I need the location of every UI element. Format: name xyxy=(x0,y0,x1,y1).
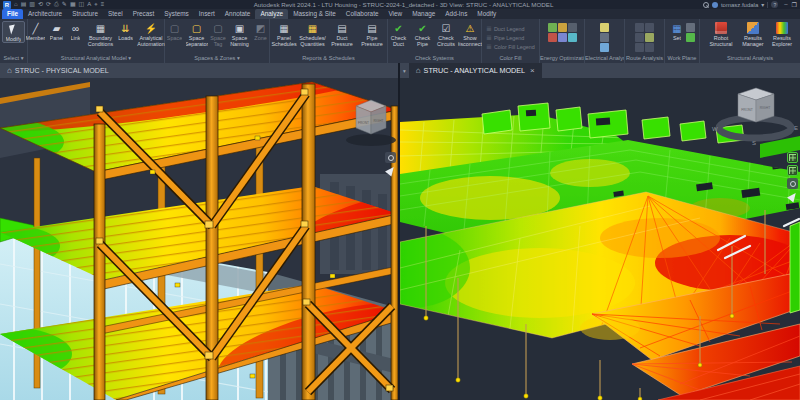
close-view-icon[interactable]: × xyxy=(530,66,535,75)
robot-structural-analysis-button[interactable]: Robot Structural Analysis xyxy=(704,21,738,47)
electrical-settings-icon[interactable] xyxy=(600,23,609,32)
systems-analysis-icon[interactable] xyxy=(568,33,577,42)
panel-label-electrical[interactable]: Electrical Analysis xyxy=(585,54,624,63)
help-icon[interactable]: ? xyxy=(771,1,778,8)
show-disconnects-button[interactable]: ⚠ Show Disconnects xyxy=(458,21,482,47)
tag-icon[interactable]: ▦ xyxy=(70,0,76,9)
redo-icon[interactable]: ⟳ xyxy=(46,0,51,9)
thin-lines-icon[interactable]: ≡ xyxy=(101,0,105,9)
panel-label-workplane[interactable]: Work Plane xyxy=(665,54,699,63)
results-manager-button[interactable]: Results Manager xyxy=(739,21,767,47)
loads-button[interactable]: ⇊ Loads xyxy=(117,21,134,41)
tab-add-ins[interactable]: Add-Ins xyxy=(440,9,472,19)
duct-pressure-loss-report-button[interactable]: ▤ Duct Pressure Loss Report xyxy=(328,21,357,47)
tab-struc-analytical-model[interactable]: ⌂ STRUC - ANALYTICAL MODEL × xyxy=(409,63,542,78)
path-of-travel-icon[interactable] xyxy=(635,23,644,32)
view-list-chevron-icon[interactable]: ▾ xyxy=(400,68,409,74)
space-naming-button[interactable]: ▣ Space Naming xyxy=(229,21,251,47)
panel-schedules-button[interactable]: ▦ Panel Schedules xyxy=(271,21,298,47)
default-3d-view-icon[interactable]: ⌖ xyxy=(94,0,97,9)
print-icon[interactable]: ⎙ xyxy=(54,0,59,9)
reveal-obstacles-icon[interactable] xyxy=(645,43,654,52)
user-name[interactable]: tomasz.fudala xyxy=(721,2,758,8)
viewcube-south-label[interactable]: S xyxy=(752,140,756,146)
steering-wheel-icon[interactable] xyxy=(385,152,396,163)
physical-model-viewport[interactable]: FRONT RIGHT xyxy=(0,78,398,400)
zoom-tool-icon[interactable] xyxy=(787,190,799,202)
pipe-legend-button[interactable]: ≣ Pipe Legend xyxy=(486,33,524,42)
panel-label-route[interactable]: Route Analysis xyxy=(625,54,664,63)
multiple-paths-icon[interactable] xyxy=(635,33,644,42)
space-tag-button[interactable]: ▢ Space Tag xyxy=(209,21,228,47)
tab-annotate[interactable]: Annotate xyxy=(220,9,256,19)
set-work-plane-button[interactable]: ▦ Set xyxy=(669,21,685,41)
electrical-loads-icon[interactable] xyxy=(600,33,609,42)
panel-label-check[interactable]: Check Systems xyxy=(388,54,481,63)
energy-settings-icon[interactable] xyxy=(548,23,557,32)
measure-icon[interactable]: ✎ xyxy=(62,0,67,9)
space-button[interactable]: ▢ Space xyxy=(165,21,185,41)
panel-label-reports[interactable]: Reports & Schedules xyxy=(270,54,387,63)
duct-legend-button[interactable]: ≣ Duct Legend xyxy=(486,24,524,33)
tab-steel[interactable]: Steel xyxy=(103,9,128,19)
open-icon[interactable]: ▤ xyxy=(21,0,27,9)
link-button[interactable]: ∞ Link xyxy=(67,21,84,41)
tab-structure[interactable]: Structure xyxy=(67,9,103,19)
home-icon[interactable]: ⌂ xyxy=(14,0,18,9)
tab-struc-physical-model[interactable]: ⌂ STRUC - PHYSICAL MODEL xyxy=(0,63,116,78)
work-plane-viewer-icon[interactable] xyxy=(686,33,695,42)
analysis-display-icon[interactable] xyxy=(787,165,798,176)
zoom-tool-icon[interactable] xyxy=(385,164,397,176)
route-analysis-settings-icon[interactable] xyxy=(645,23,654,32)
space-separator-button[interactable]: ▢ Space Separator xyxy=(186,21,208,47)
search-icon[interactable] xyxy=(703,2,709,8)
analytical-model-canvas[interactable]: W S E FRONT RIGHT xyxy=(400,78,800,400)
analytical-model-viewport[interactable]: W S E FRONT RIGHT xyxy=(400,78,800,400)
check-pipe-systems-button[interactable]: ✔ Check Pipe Systems xyxy=(411,21,434,47)
check-circuits-button[interactable]: ☑ Check Circuits xyxy=(435,21,457,47)
viewcube-west-label[interactable]: W xyxy=(712,126,718,132)
generate-icon[interactable] xyxy=(548,33,557,42)
tab-collaborate[interactable]: Collaborate xyxy=(341,9,384,19)
panel-label-energy[interactable]: Energy Optimization xyxy=(540,54,584,63)
text-icon[interactable]: A xyxy=(87,0,91,9)
pipe-pressure-loss-report-button[interactable]: ▤ Pipe Pressure Loss Report xyxy=(358,21,387,47)
restore-button[interactable]: ❐ xyxy=(792,1,797,8)
tab-systems[interactable]: Systems xyxy=(159,9,194,19)
undo-icon[interactable]: ⟲ xyxy=(38,0,43,9)
delete-energy-model-icon[interactable] xyxy=(568,23,577,32)
panel-label-spaces[interactable]: Spaces & Zones ▾ xyxy=(165,54,269,63)
panel-label-colorfill[interactable]: Color Fill xyxy=(482,54,539,63)
optimize-icon[interactable] xyxy=(558,33,567,42)
create-energy-model-icon[interactable] xyxy=(558,23,567,32)
schedules-quantities-button[interactable]: ▦ Schedules/ Quantities xyxy=(299,21,327,47)
spatial-grid-icon[interactable] xyxy=(645,33,654,42)
tab-file[interactable]: File xyxy=(2,9,23,19)
spatial-grid-icon[interactable] xyxy=(787,152,798,163)
panel-label-select[interactable]: Select ▾ xyxy=(0,54,27,63)
zone-button[interactable]: ◩ Zone xyxy=(252,21,270,41)
panel-button[interactable]: ▰ Panel xyxy=(47,21,66,41)
revit-logo-icon[interactable]: R xyxy=(3,1,11,9)
member-button[interactable]: ╱ Member xyxy=(25,21,46,41)
save-icon[interactable]: ▥ xyxy=(29,0,35,9)
tab-massing-site[interactable]: Massing & Site xyxy=(288,9,341,19)
tab-modify[interactable]: Modify xyxy=(472,9,501,19)
tab-precast[interactable]: Precast xyxy=(128,9,160,19)
boundary-conditions-button[interactable]: ▦ Boundary Conditions xyxy=(85,21,116,47)
tab-manage[interactable]: Manage xyxy=(407,9,440,19)
physical-model-canvas[interactable]: FRONT RIGHT xyxy=(0,78,398,400)
user-menu-chevron-icon[interactable]: ▾ xyxy=(761,1,764,8)
user-avatar[interactable] xyxy=(712,2,718,8)
analytical-automation-button[interactable]: ⚡ Analytical Automation xyxy=(135,21,167,47)
modify-button[interactable]: Modify xyxy=(2,21,26,43)
viewcube-east-label[interactable]: E xyxy=(794,125,798,131)
tab-architecture[interactable]: Architecture xyxy=(23,9,67,19)
tab-insert[interactable]: Insert xyxy=(194,9,220,19)
panel-label-structural[interactable]: Structural Analysis xyxy=(700,54,800,63)
tab-view[interactable]: View xyxy=(383,9,407,19)
update-paths-icon[interactable] xyxy=(635,43,644,52)
steering-wheel-icon[interactable] xyxy=(787,178,798,189)
check-duct-systems-button[interactable]: ✔ Check Duct Systems xyxy=(387,21,410,47)
show-work-plane-icon[interactable] xyxy=(686,23,695,32)
